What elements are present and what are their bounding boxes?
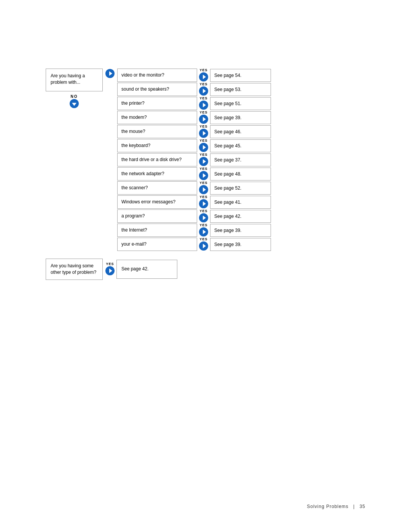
items-column: video or the monitor? YES See page 54. [117,69,271,252]
bottom-flow: Are you having some other type of proble… [46,259,365,280]
result-box: See page 39. [210,224,271,237]
item-row: your e-mail? YES See page 39. [117,238,271,251]
result-box: See page 45. [210,139,271,152]
item-question-box: a program? [117,209,197,223]
bottom-yes-label-group: YES [105,262,115,276]
item-question-box: the printer? [117,97,197,110]
item-question-text: your e-mail? [121,241,147,248]
yes-label: YES [199,111,207,114]
item-row: video or the monitor? YES See page 54. [117,69,271,82]
yes-label-group: YES [199,167,209,181]
item-question-box: sound or the speakers? [117,83,197,96]
result-text: See page 46. [214,129,241,134]
result-box: See page 42. [210,210,271,223]
yes-label: YES [199,139,207,142]
item-question-text: the scanner? [121,185,148,191]
item-question-box: the scanner? [117,181,197,195]
item-row: the Internet? YES See page 39. [117,224,271,237]
item-question-text: Windows error messages? [121,199,175,205]
result-box: See page 54. [210,69,271,82]
yes-arrow-icon [199,114,209,124]
yes-label-group: YES [199,224,209,237]
result-box: See page 48. [210,168,271,181]
no-arrow-container: NO [69,94,79,109]
result-box: See page 37. [210,153,271,166]
yes-label-group: YES [199,125,209,138]
main-flow: Are you having a problem with... NO [46,69,365,252]
bottom-result-box: See page 42. [116,260,177,279]
item-question-text: the modem? [121,114,147,121]
result-text: See page 41. [214,200,241,205]
yes-label-group: YES [199,209,209,223]
result-text: See page 54. [214,73,241,78]
item-row: the printer? YES See page 51. [117,97,271,110]
footer-separator: | [353,504,355,509]
bottom-yes-label: YES [106,262,114,266]
result-text: See page 39. [214,115,241,120]
yes-label-group: YES [199,97,209,110]
bottom-yes-arrow-icon [105,266,115,276]
yes-label: YES [199,181,207,185]
yes-arrow-icon [199,142,209,152]
result-text: See page 52. [214,185,241,191]
yes-arrow-icon [199,86,209,96]
main-right-arrow-icon [105,69,115,78]
item-row: the scanner? YES See page 52. [117,181,271,195]
yes-arrow-icon [199,213,209,223]
result-text: See page 51. [214,101,241,106]
yes-label-group: YES [199,238,209,251]
yes-label: YES [199,224,207,227]
item-question-text: the network adapter? [121,171,164,177]
yes-arrow-icon [199,199,209,209]
item-row: sound or the speakers? YES See page 53. [117,83,271,96]
item-question-box: the mouse? [117,125,197,138]
result-box: See page 51. [210,97,271,110]
bottom-question-box: Are you having some other type of proble… [46,259,103,280]
yes-label: YES [199,167,207,171]
item-question-text: sound or the speakers? [121,86,169,93]
result-box: See page 52. [210,182,271,195]
yes-arrow-group: YES [199,167,209,181]
item-question-text: the Internet? [121,227,147,233]
no-label: NO [71,94,78,99]
item-question-box: the Internet? [117,224,197,237]
bottom-result-text: See page 42. [121,266,148,272]
result-text: See page 39. [214,228,241,233]
yes-arrow-group: YES [199,69,209,82]
result-text: See page 48. [214,171,241,177]
item-question-text: the printer? [121,100,145,107]
yes-label: YES [199,209,207,213]
item-row: the keyboard? YES See page 45. [117,139,271,152]
item-question-text: video or the monitor? [121,72,164,78]
yes-arrow-icon [199,128,209,138]
item-row: the mouse? YES See page 46. [117,125,271,138]
bottom-yes-arrow-group: YES [105,262,115,276]
main-connector-arrow [103,69,117,78]
item-question-text: the mouse? [121,128,145,135]
yes-arrow-icon [199,241,209,251]
result-box: See page 53. [210,83,271,96]
item-question-box: the hard drive or a disk drive? [117,153,197,166]
item-question-box: Windows error messages? [117,195,197,209]
item-row: the network adapter? YES See page 48. [117,167,271,181]
yes-label-group: YES [199,69,209,82]
yes-arrow-group: YES [199,224,209,237]
yes-arrow-icon [199,185,209,195]
result-text: See page 45. [214,143,241,149]
result-text: See page 37. [214,157,241,163]
yes-label: YES [199,153,207,157]
yes-label-group: YES [199,153,209,166]
yes-label: YES [199,97,207,100]
bottom-question-text: Are you having some other type of proble… [51,263,96,275]
yes-arrow-group: YES [199,181,209,195]
footer-text: Solving Problems [307,504,348,509]
yes-label: YES [199,69,207,72]
yes-label: YES [199,195,207,199]
main-question-box: Are you having a problem with... [46,69,103,91]
item-row: the modem? YES See page 39. [117,111,271,124]
yes-arrow-group: YES [199,238,209,251]
result-text: See page 53. [214,87,241,92]
result-box: See page 46. [210,125,271,138]
yes-label: YES [199,83,207,86]
item-question-box: the modem? [117,111,197,124]
